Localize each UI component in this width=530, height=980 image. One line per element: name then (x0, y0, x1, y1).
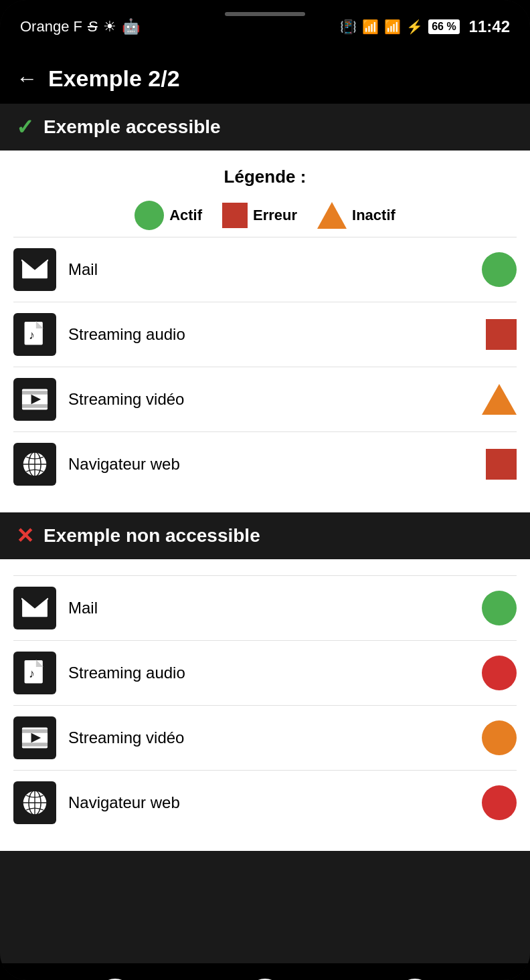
web-icon-box (13, 443, 56, 486)
svg-text:♪: ♪ (29, 328, 35, 342)
na-circle-green-indicator (482, 591, 517, 625)
accessible-mail-label: Mail (68, 260, 475, 279)
accessible-audio-status (486, 319, 517, 350)
brightness-icon: ☀ (103, 18, 116, 35)
status-right: 📳 📶 📶 ⚡ 66 % 11:42 (340, 17, 510, 36)
status-bar: Orange F S ☀ 🤖 📳 📶 📶 ⚡ 66 % 11:42 (0, 0, 530, 54)
legend-actif-shape (135, 201, 164, 230)
main-content: ✓ Exemple accessible Légende : Actif Err… (0, 104, 530, 963)
phone-frame: Orange F S ☀ 🤖 📳 📶 📶 ⚡ 66 % 11:42 ← Exem… (0, 0, 530, 980)
audio-icon-box: ♪ (13, 313, 56, 356)
accessible-video-status (482, 384, 517, 415)
accessible-web-row: Navigateur web (13, 431, 517, 496)
signal-icon: 📶 (384, 19, 401, 35)
svg-rect-26 (21, 743, 48, 746)
accessible-video-label: Streaming vidéo (68, 390, 475, 409)
na-web-icon-box (13, 781, 56, 824)
svg-rect-9 (21, 391, 48, 394)
mail-icon-box (13, 248, 56, 291)
audio-icon: ♪ (21, 321, 48, 348)
na-audio-status (482, 656, 517, 690)
check-icon: ✓ (16, 114, 34, 140)
non-accessible-web-row: Navigateur web (13, 770, 517, 835)
svg-text:♪: ♪ (29, 667, 35, 680)
non-accessible-audio-row: ♪ Streaming audio (13, 640, 517, 705)
non-accessible-mail-row: Mail (13, 575, 517, 640)
video-icon-box (13, 378, 56, 421)
svg-rect-10 (21, 404, 48, 407)
na-mail-icon (21, 595, 48, 621)
na-web-icon (21, 789, 48, 816)
accessible-video-row: Streaming vidéo (13, 367, 517, 431)
accessible-card: Légende : Actif Erreur Inactif (0, 151, 530, 512)
wifi-icon: 📶 (362, 19, 379, 35)
battery-level: 66 % (428, 19, 459, 34)
na-audio-label: Streaming audio (68, 664, 475, 682)
na-video-status (482, 720, 517, 755)
legend-erreur-label: Erreur (253, 207, 297, 224)
page-title: Exemple 2/2 (48, 66, 180, 92)
accessible-heading-text: Exemple accessible (43, 116, 221, 138)
na-audio-icon-box: ♪ (13, 652, 56, 694)
legend-actif: Actif (135, 201, 202, 230)
circle-green-indicator (482, 252, 517, 287)
accessible-web-label: Navigateur web (68, 455, 479, 474)
na-mail-icon-box (13, 587, 56, 629)
svg-rect-25 (21, 729, 48, 732)
accessible-audio-row: ♪ Streaming audio (13, 302, 517, 367)
back-button[interactable]: ← (16, 66, 37, 91)
na-mail-label: Mail (68, 599, 475, 617)
drag-indicator (225, 12, 305, 16)
legend-actif-label: Actif (169, 207, 202, 224)
vibrate-icon: 📳 (340, 19, 357, 35)
legend-inactif: Inactif (317, 202, 395, 229)
legend-title: Légende : (13, 167, 517, 187)
video-icon (21, 386, 48, 413)
legend-inactif-shape (317, 202, 347, 229)
android-icon: 🤖 (122, 18, 140, 35)
na-video-icon-box (13, 716, 56, 759)
legend-items: Actif Erreur Inactif (13, 201, 517, 230)
non-accessible-card: Mail ♪ Streaming audio (0, 559, 530, 851)
accessible-section-heading: ✓ Exemple accessible (0, 104, 530, 151)
accessible-mail-status (482, 252, 517, 287)
carrier-icon: S (88, 18, 98, 35)
bottom-navigation (0, 963, 530, 980)
accessible-web-status (486, 449, 517, 480)
na-circle-red-indicator-2 (482, 785, 517, 820)
triangle-orange-indicator (482, 384, 517, 415)
app-header: ← Exemple 2/2 (0, 54, 530, 104)
non-accessible-video-row: Streaming vidéo (13, 705, 517, 770)
carrier-text: Orange F (20, 18, 82, 35)
na-web-status (482, 785, 517, 820)
na-audio-icon: ♪ (21, 660, 48, 686)
mail-icon (21, 256, 48, 283)
non-accessible-heading-text: Exemple non accessible (43, 525, 260, 547)
web-icon (21, 451, 48, 478)
na-circle-orange-indicator (482, 720, 517, 755)
na-web-label: Navigateur web (68, 793, 475, 812)
square-red-indicator (486, 319, 517, 350)
x-icon: ✕ (16, 523, 34, 549)
na-circle-red-indicator (482, 656, 517, 690)
non-accessible-section-heading: ✕ Exemple non accessible (0, 512, 530, 559)
legend-inactif-label: Inactif (352, 207, 395, 224)
accessible-audio-label: Streaming audio (68, 325, 479, 344)
na-video-label: Streaming vidéo (68, 728, 475, 747)
battery-icon: ⚡ (406, 19, 423, 35)
square-red-indicator-2 (486, 449, 517, 480)
time-display: 11:42 (469, 17, 510, 36)
status-left: Orange F S ☀ 🤖 (20, 18, 140, 35)
na-mail-status (482, 591, 517, 625)
legend-erreur: Erreur (222, 203, 297, 228)
legend-erreur-shape (222, 203, 248, 228)
accessible-mail-row: Mail (13, 237, 517, 302)
na-video-icon (21, 724, 48, 751)
